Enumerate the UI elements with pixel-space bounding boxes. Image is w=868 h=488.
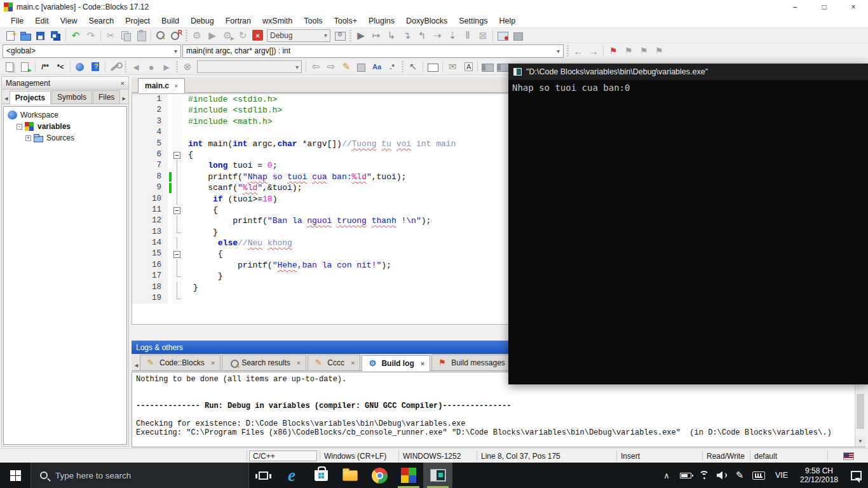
start-button[interactable] (0, 463, 31, 488)
abort-build-icon[interactable]: × (252, 30, 263, 41)
console-window[interactable]: "D:\Code Blocks\variables\bin\Debug\vari… (508, 64, 868, 384)
run-to-cursor-icon[interactable]: ↦ (369, 29, 384, 42)
minimize-button[interactable]: – (780, 0, 810, 14)
browse-back-icon[interactable]: ← (571, 44, 586, 57)
logs-tab-build-log[interactable]: ⚙Build log× (362, 355, 430, 371)
tab-close-icon[interactable]: × (174, 82, 178, 90)
fold-margin[interactable] (172, 149, 182, 160)
scroll-down-icon[interactable]: ▼ (855, 437, 865, 447)
menu-item-file[interactable]: File (5, 15, 29, 27)
title-bar[interactable]: main.c [variables] - Code::Blocks 17.12 … (0, 0, 868, 14)
paste-icon[interactable] (133, 29, 149, 42)
management-close-icon[interactable]: × (121, 79, 125, 87)
previous-bookmark-icon[interactable]: ⚑ (621, 44, 636, 57)
menu-item-tools-[interactable]: Tools+ (328, 15, 362, 27)
tabs-scroll-right-icon[interactable]: ► (121, 93, 127, 104)
management-tab-projects[interactable]: Projects (10, 91, 51, 104)
action-center-button[interactable] (844, 463, 868, 488)
wxsmith-layout-left-icon[interactable] (480, 60, 495, 73)
menu-item-debug[interactable]: Debug (185, 15, 220, 27)
menu-item-wxsmith[interactable]: wxSmith (257, 15, 298, 27)
doxyblocks-view-html-icon[interactable] (72, 60, 88, 73)
network-indicator[interactable] (695, 463, 713, 488)
volume-indicator[interactable] (713, 463, 731, 488)
logs-tab-search-results[interactable]: Search results× (222, 355, 306, 370)
logs-tab-code-blocks[interactable]: ✎Code::Blocks× (140, 355, 220, 370)
touch-keyboard-button[interactable] (749, 463, 769, 488)
wxsmith-font-icon[interactable] (460, 60, 475, 73)
next-instruction-icon[interactable]: ⇢ (430, 29, 445, 42)
menu-item-settings[interactable]: Settings (453, 15, 493, 27)
expand-icon[interactable]: + (25, 135, 31, 141)
battery-indicator[interactable] (676, 463, 695, 488)
redo-icon[interactable]: ↷ (83, 29, 98, 42)
management-tab-files[interactable]: Files (93, 90, 120, 104)
function-select[interactable]: main(int argc, char* argv[]) : int ▾ (182, 44, 564, 58)
doxyblocks-settings-icon[interactable] (107, 60, 123, 73)
next-line-icon[interactable]: ↳ (384, 29, 399, 42)
build-target-select[interactable]: Debug▾ (267, 29, 330, 42)
taskbar-store-button[interactable] (306, 463, 336, 488)
browse-forward-icon[interactable]: → (586, 44, 601, 57)
incsearch-input[interactable]: ▾ (197, 60, 302, 73)
language-indicator[interactable]: VIE (769, 463, 794, 488)
step-out-icon[interactable]: ↰ (414, 29, 430, 42)
match-case-icon[interactable]: Aa (369, 60, 384, 73)
menu-item-doxyblocks[interactable]: DoxyBlocks (400, 15, 453, 27)
taskbar-codeblocks-button[interactable] (394, 463, 423, 488)
tabs-scroll-left-icon[interactable]: ◄ (133, 360, 140, 370)
stop-debugger-icon[interactable]: ⊠ (475, 29, 491, 42)
taskbar-file-explorer-button[interactable] (336, 463, 365, 488)
log-vertical-scrollbar[interactable]: ▼ (855, 385, 865, 447)
taskbar-edge-button[interactable]: e (277, 463, 306, 488)
menu-item-edit[interactable]: Edit (29, 15, 55, 27)
clear-bookmarks-icon[interactable]: ⚑ (651, 44, 667, 57)
tab-close-icon[interactable]: × (211, 359, 215, 367)
clock[interactable]: 9:58 CH 22/12/2018 (794, 463, 844, 488)
collapse-icon[interactable]: - (17, 124, 22, 130)
build-icon[interactable]: ⚙ (189, 29, 205, 42)
build-and-run-icon[interactable]: ⚙ (220, 29, 235, 42)
doxyblocks-extract-docs-icon[interactable] (3, 60, 18, 73)
close-button[interactable]: × (839, 0, 868, 14)
wxsmith-pointer-icon[interactable]: ↖ (405, 60, 421, 73)
menu-item-fortran[interactable]: Fortran (220, 15, 257, 27)
menu-item-build[interactable]: Build (156, 15, 185, 27)
highlight-occurrences-icon[interactable]: ✎ (339, 60, 354, 73)
menu-item-search[interactable]: Search (83, 15, 120, 27)
use-regex-icon[interactable]: .* (384, 60, 400, 73)
find-icon[interactable] (153, 29, 168, 42)
maximize-button[interactable]: □ (810, 0, 839, 14)
various-info-icon[interactable] (510, 29, 526, 42)
toggle-bookmark-icon[interactable]: ⚑ (606, 44, 621, 57)
management-tab-symbols[interactable]: Symbols (51, 90, 92, 104)
taskbar-search-input[interactable]: Type here to search (31, 463, 249, 488)
scope-select[interactable]: <global> ▾ (3, 44, 181, 58)
console-title-bar[interactable]: "D:\Code Blocks\variables\bin\Debug\vari… (508, 64, 868, 80)
doxyblocks-run-html-icon[interactable] (18, 60, 33, 73)
copy-icon[interactable] (118, 29, 133, 42)
tree-item-variables[interactable]: -variables (4, 121, 126, 132)
doxyblocks-help-icon[interactable] (88, 60, 103, 73)
incsearch-next-icon[interactable]: ► (159, 60, 174, 73)
rebuild-icon[interactable]: ↻ (235, 29, 250, 42)
save-file-icon[interactable] (33, 29, 48, 42)
taskbar-console-button[interactable] (423, 463, 452, 488)
tabs-scroll-left-icon[interactable]: ◄ (3, 93, 10, 104)
incsearch-clear-icon[interactable]: ⊗ (180, 60, 195, 73)
menu-item-tools[interactable]: Tools (298, 15, 328, 27)
tree-item-workspace[interactable]: Workspace (4, 109, 126, 121)
search-next-occurrence-icon[interactable]: ⇨ (323, 60, 339, 73)
step-into-instruction-icon[interactable]: ⇣ (445, 29, 460, 42)
doxyblocks-block-comment-icon[interactable]: /** (37, 60, 53, 73)
debug-continue-icon[interactable]: ▶ (353, 29, 369, 42)
tab-close-icon[interactable]: × (421, 360, 424, 367)
wxsmith-envelope-icon[interactable]: ✉ (445, 60, 460, 73)
undo-icon[interactable]: ↶ (68, 29, 83, 42)
logs-tab-cccc[interactable]: ✎Cccc× (308, 355, 360, 370)
tab-close-icon[interactable]: × (297, 359, 301, 367)
taskbar-chrome-button[interactable] (365, 463, 394, 488)
step-into-icon[interactable]: ↴ (399, 29, 414, 42)
menu-item-view[interactable]: View (55, 15, 83, 27)
editor-tab-main-c[interactable]: main.c × (138, 78, 185, 93)
